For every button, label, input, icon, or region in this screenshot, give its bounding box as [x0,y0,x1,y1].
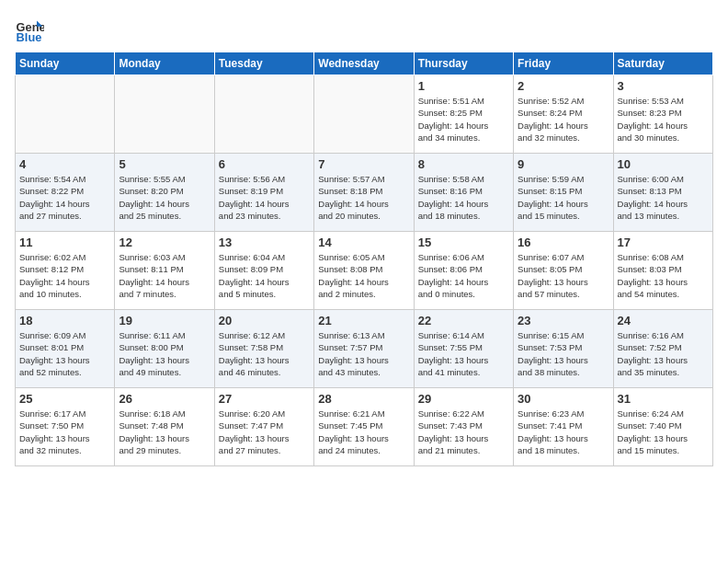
day-number: 13 [219,236,310,249]
calendar-cell: 6Sunrise: 5:56 AM Sunset: 8:19 PM Daylig… [214,154,313,232]
day-number: 22 [418,314,509,327]
calendar-cell: 1Sunrise: 5:51 AM Sunset: 8:25 PM Daylig… [414,75,513,154]
calendar-cell: 14Sunrise: 6:05 AM Sunset: 8:08 PM Dayli… [314,232,414,310]
day-number: 10 [618,157,709,171]
day-info: Sunrise: 6:24 AM Sunset: 7:40 PM Dayligh… [618,408,709,456]
calendar-cell: 19Sunrise: 6:11 AM Sunset: 8:00 PM Dayli… [115,310,214,388]
calendar-week-row: 4Sunrise: 5:54 AM Sunset: 8:22 PM Daylig… [16,154,713,232]
day-info: Sunrise: 6:12 AM Sunset: 7:58 PM Dayligh… [219,329,310,378]
calendar-cell [16,75,115,154]
logo-icon: General Blue [15,15,44,44]
calendar-cell [314,75,414,154]
calendar-cell: 21Sunrise: 6:13 AM Sunset: 7:57 PM Dayli… [314,310,414,388]
day-number: 23 [518,314,609,327]
header-row: SundayMondayTuesdayWednesdayThursdayFrid… [16,52,713,75]
day-number: 26 [119,392,210,406]
svg-text:Blue: Blue [17,30,42,44]
day-info: Sunrise: 6:06 AM Sunset: 8:06 PM Dayligh… [418,251,509,300]
day-number: 15 [418,236,509,249]
day-info: Sunrise: 5:57 AM Sunset: 8:18 PM Dayligh… [318,173,409,222]
day-info: Sunrise: 6:16 AM Sunset: 7:52 PM Dayligh… [618,329,709,378]
calendar-cell: 29Sunrise: 6:22 AM Sunset: 7:43 PM Dayli… [414,388,513,466]
day-info: Sunrise: 6:03 AM Sunset: 8:11 PM Dayligh… [119,251,210,300]
day-info: Sunrise: 5:58 AM Sunset: 8:16 PM Dayligh… [418,173,509,222]
calendar-cell: 2Sunrise: 5:52 AM Sunset: 8:24 PM Daylig… [514,75,613,154]
day-number: 29 [418,392,509,406]
day-info: Sunrise: 6:05 AM Sunset: 8:08 PM Dayligh… [318,251,409,300]
calendar-cell: 4Sunrise: 5:54 AM Sunset: 8:22 PM Daylig… [16,154,115,232]
day-info: Sunrise: 5:56 AM Sunset: 8:19 PM Dayligh… [219,173,310,222]
logo: General Blue [15,15,44,44]
day-number: 5 [119,157,210,171]
day-number: 12 [119,236,210,249]
day-number: 6 [219,157,310,171]
day-number: 25 [19,392,110,406]
weekday-header: Tuesday [214,52,313,75]
calendar-cell [214,75,313,154]
day-number: 27 [219,392,310,406]
day-info: Sunrise: 6:04 AM Sunset: 8:09 PM Dayligh… [219,251,310,300]
weekday-header: Thursday [414,52,513,75]
day-info: Sunrise: 6:21 AM Sunset: 7:45 PM Dayligh… [318,408,409,456]
day-number: 3 [618,79,709,93]
calendar-cell: 15Sunrise: 6:06 AM Sunset: 8:06 PM Dayli… [414,232,513,310]
calendar-cell: 26Sunrise: 6:18 AM Sunset: 7:48 PM Dayli… [115,388,214,466]
day-info: Sunrise: 6:13 AM Sunset: 7:57 PM Dayligh… [318,329,409,378]
day-number: 18 [19,314,110,327]
day-number: 17 [618,236,709,249]
day-number: 8 [418,157,509,171]
day-info: Sunrise: 5:53 AM Sunset: 8:23 PM Dayligh… [618,95,709,144]
calendar-cell: 22Sunrise: 6:14 AM Sunset: 7:55 PM Dayli… [414,310,513,388]
calendar-cell: 20Sunrise: 6:12 AM Sunset: 7:58 PM Dayli… [214,310,313,388]
day-info: Sunrise: 5:55 AM Sunset: 8:20 PM Dayligh… [119,173,210,222]
calendar-cell: 13Sunrise: 6:04 AM Sunset: 8:09 PM Dayli… [214,232,313,310]
calendar-cell: 8Sunrise: 5:58 AM Sunset: 8:16 PM Daylig… [414,154,513,232]
calendar-week-row: 18Sunrise: 6:09 AM Sunset: 8:01 PM Dayli… [16,310,713,388]
calendar-cell: 10Sunrise: 6:00 AM Sunset: 8:13 PM Dayli… [613,154,712,232]
calendar-cell: 5Sunrise: 5:55 AM Sunset: 8:20 PM Daylig… [115,154,214,232]
day-info: Sunrise: 5:52 AM Sunset: 8:24 PM Dayligh… [518,95,609,144]
weekday-header: Sunday [16,52,115,75]
calendar-cell: 3Sunrise: 5:53 AM Sunset: 8:23 PM Daylig… [613,75,712,154]
calendar-cell: 16Sunrise: 6:07 AM Sunset: 8:05 PM Dayli… [514,232,613,310]
day-info: Sunrise: 6:23 AM Sunset: 7:41 PM Dayligh… [518,408,609,456]
day-info: Sunrise: 6:11 AM Sunset: 8:00 PM Dayligh… [119,329,210,378]
calendar-cell: 24Sunrise: 6:16 AM Sunset: 7:52 PM Dayli… [613,310,712,388]
calendar-table: SundayMondayTuesdayWednesdayThursdayFrid… [15,52,713,466]
calendar-cell: 17Sunrise: 6:08 AM Sunset: 8:03 PM Dayli… [613,232,712,310]
day-info: Sunrise: 6:14 AM Sunset: 7:55 PM Dayligh… [418,329,509,378]
day-number: 7 [318,157,409,171]
day-info: Sunrise: 6:08 AM Sunset: 8:03 PM Dayligh… [618,251,709,300]
day-number: 19 [119,314,210,327]
header: General Blue [15,15,713,44]
weekday-header: Wednesday [314,52,414,75]
day-number: 21 [318,314,409,327]
calendar-cell: 28Sunrise: 6:21 AM Sunset: 7:45 PM Dayli… [314,388,414,466]
calendar-cell: 7Sunrise: 5:57 AM Sunset: 8:18 PM Daylig… [314,154,414,232]
day-info: Sunrise: 6:09 AM Sunset: 8:01 PM Dayligh… [19,329,110,378]
weekday-header: Saturday [613,52,712,75]
calendar-cell: 31Sunrise: 6:24 AM Sunset: 7:40 PM Dayli… [613,388,712,466]
day-number: 24 [618,314,709,327]
day-info: Sunrise: 6:02 AM Sunset: 8:12 PM Dayligh… [19,251,110,300]
calendar-cell: 12Sunrise: 6:03 AM Sunset: 8:11 PM Dayli… [115,232,214,310]
calendar-cell: 18Sunrise: 6:09 AM Sunset: 8:01 PM Dayli… [16,310,115,388]
day-info: Sunrise: 6:20 AM Sunset: 7:47 PM Dayligh… [219,408,310,456]
day-number: 28 [318,392,409,406]
day-number: 14 [318,236,409,249]
day-info: Sunrise: 6:18 AM Sunset: 7:48 PM Dayligh… [119,408,210,456]
day-number: 31 [618,392,709,406]
day-number: 9 [518,157,609,171]
day-number: 30 [518,392,609,406]
calendar-cell: 11Sunrise: 6:02 AM Sunset: 8:12 PM Dayli… [16,232,115,310]
calendar-cell: 27Sunrise: 6:20 AM Sunset: 7:47 PM Dayli… [214,388,313,466]
day-number: 1 [418,79,509,93]
calendar-week-row: 1Sunrise: 5:51 AM Sunset: 8:25 PM Daylig… [16,75,713,154]
day-info: Sunrise: 6:00 AM Sunset: 8:13 PM Dayligh… [618,173,709,222]
calendar-cell: 25Sunrise: 6:17 AM Sunset: 7:50 PM Dayli… [16,388,115,466]
calendar-cell [115,75,214,154]
day-number: 11 [19,236,110,249]
day-info: Sunrise: 6:15 AM Sunset: 7:53 PM Dayligh… [518,329,609,378]
day-info: Sunrise: 6:22 AM Sunset: 7:43 PM Dayligh… [418,408,509,456]
calendar-cell: 23Sunrise: 6:15 AM Sunset: 7:53 PM Dayli… [514,310,613,388]
